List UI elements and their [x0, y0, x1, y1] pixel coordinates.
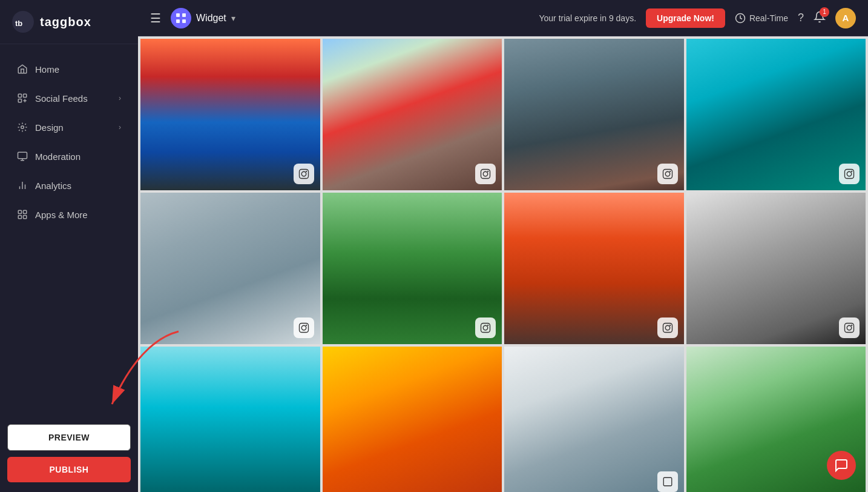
- realtime-button[interactable]: Real-Time: [735, 13, 788, 24]
- svg-rect-41: [663, 477, 672, 486]
- instagram-badge-3: [657, 164, 678, 184]
- photo-image-10: [323, 347, 502, 492]
- instagram-icon-8: [844, 322, 855, 333]
- topbar: ☰ Widget ▾ Your trial expire in 9 days. …: [138, 0, 868, 36]
- svg-rect-15: [182, 19, 186, 23]
- photo-grid: [138, 36, 868, 492]
- apps-icon: [17, 209, 28, 220]
- photo-image-9: [140, 347, 320, 492]
- publish-button[interactable]: PUBLISH: [7, 457, 131, 482]
- instagram-icon-1: [298, 168, 309, 179]
- notifications-button[interactable]: 1: [814, 11, 826, 25]
- instagram-badge-5: [294, 317, 314, 338]
- instagram-badge-8: [839, 317, 860, 338]
- svg-rect-8: [24, 210, 27, 213]
- preview-button[interactable]: PREVIEW: [7, 424, 131, 451]
- sidebar-item-apps-more[interactable]: Apps & More: [5, 201, 133, 228]
- instagram-badge-11: [657, 471, 678, 492]
- svg-point-36: [665, 325, 670, 330]
- svg-rect-6: [18, 152, 27, 159]
- photo-cell-2[interactable]: [323, 39, 502, 190]
- instagram-badge-4: [839, 164, 860, 184]
- instagram-icon-6: [480, 322, 491, 333]
- instagram-badge-1: [294, 164, 314, 184]
- sidebar-item-apps-more-label: Apps & More: [35, 210, 88, 220]
- instagram-badge-2: [475, 164, 496, 184]
- svg-rect-17: [299, 170, 308, 179]
- svg-rect-10: [24, 216, 27, 219]
- photo-cell-1[interactable]: [140, 39, 320, 190]
- svg-point-31: [306, 325, 307, 326]
- instagram-icon-2: [480, 168, 491, 179]
- svg-rect-2: [18, 94, 21, 97]
- svg-rect-13: [182, 13, 186, 17]
- photo-cell-7[interactable]: [504, 193, 684, 344]
- design-icon: [17, 122, 28, 133]
- widget-grid-icon: [171, 8, 191, 28]
- svg-rect-3: [24, 94, 27, 97]
- topbar-right: Your trial expire in 9 days. Upgrade Now…: [539, 8, 856, 28]
- svg-point-24: [665, 171, 670, 176]
- sidebar-item-analytics-label: Analytics: [35, 181, 71, 191]
- photo-cell-6[interactable]: [323, 193, 502, 344]
- svg-point-39: [847, 325, 852, 330]
- help-icon[interactable]: ?: [798, 12, 804, 24]
- photo-cell-3[interactable]: [504, 39, 684, 190]
- svg-point-18: [301, 171, 306, 176]
- avatar[interactable]: A: [835, 8, 856, 28]
- svg-point-40: [851, 325, 852, 326]
- svg-rect-12: [176, 13, 180, 17]
- widget-chevron-icon: ▾: [231, 13, 235, 23]
- nav-menu: Home Social Feeds ›: [0, 44, 138, 414]
- svg-point-19: [306, 171, 307, 172]
- photo-cell-11[interactable]: [504, 347, 684, 492]
- square-icon-11: [662, 476, 673, 487]
- design-chevron-icon: ›: [119, 123, 121, 131]
- svg-rect-7: [18, 210, 21, 213]
- sidebar-item-analytics[interactable]: Analytics: [5, 171, 133, 199]
- sidebar-item-home[interactable]: Home: [5, 55, 133, 83]
- photo-cell-9[interactable]: [140, 347, 320, 492]
- sidebar-item-social-feeds[interactable]: Social Feeds ›: [5, 84, 133, 112]
- svg-rect-20: [481, 170, 490, 179]
- chat-bubble[interactable]: [827, 451, 856, 480]
- svg-point-5: [21, 126, 24, 129]
- notification-badge: 1: [820, 7, 829, 17]
- svg-rect-9: [18, 216, 21, 219]
- svg-rect-14: [176, 19, 180, 23]
- photo-image-11: [504, 347, 684, 492]
- photo-image-3: [504, 39, 684, 190]
- sidebar-item-design-label: Design: [35, 122, 64, 133]
- sidebar-item-moderation[interactable]: Moderation: [5, 142, 133, 170]
- photo-cell-4[interactable]: [686, 39, 866, 190]
- instagram-icon-7: [662, 322, 673, 333]
- clock-icon: [735, 13, 746, 24]
- logo-area: tb taggbox: [0, 0, 138, 44]
- svg-text:tb: tb: [15, 19, 22, 28]
- photo-cell-10[interactable]: [323, 347, 502, 492]
- sidebar-item-social-feeds-label: Social Feeds: [35, 93, 88, 104]
- svg-rect-4: [18, 99, 21, 102]
- instagram-badge-6: [475, 317, 496, 338]
- svg-rect-29: [299, 324, 308, 333]
- menu-icon[interactable]: ☰: [150, 11, 161, 25]
- main-content: ☰ Widget ▾ Your trial expire in 9 days. …: [138, 0, 868, 492]
- widget-selector[interactable]: Widget ▾: [171, 8, 235, 28]
- moderation-icon: [17, 151, 28, 162]
- photo-image-5: [140, 193, 320, 344]
- sidebar-item-design[interactable]: Design ›: [5, 113, 133, 141]
- photo-image-7: [504, 193, 684, 344]
- svg-point-34: [487, 325, 488, 326]
- sidebar: tb taggbox Home Soci: [0, 0, 138, 492]
- photo-cell-5[interactable]: [140, 193, 320, 344]
- taggbox-logo: tb: [12, 11, 34, 33]
- instagram-icon-4: [844, 168, 855, 179]
- svg-rect-26: [845, 170, 854, 179]
- svg-point-21: [483, 171, 488, 176]
- svg-point-27: [847, 171, 852, 176]
- svg-rect-32: [481, 324, 490, 333]
- instagram-badge-7: [657, 317, 678, 338]
- photo-cell-8[interactable]: [686, 193, 866, 344]
- upgrade-button[interactable]: Upgrade Now!: [646, 8, 725, 28]
- social-feeds-chevron-icon: ›: [119, 94, 121, 102]
